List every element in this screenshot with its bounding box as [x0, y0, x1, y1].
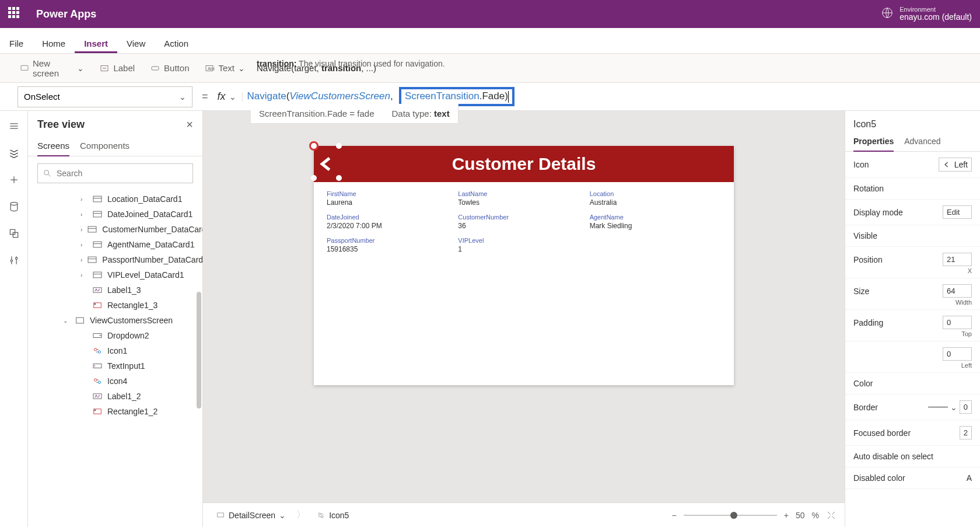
fx-icon[interactable]: fx: [218, 90, 229, 103]
data-card[interactable]: FirstNameLaurena: [327, 190, 458, 207]
tree-item[interactable]: Dropdown2: [28, 328, 202, 343]
svg-point-25: [98, 381, 100, 383]
data-card[interactable]: CustomerNumber36: [458, 214, 589, 230]
tree-list[interactable]: ›Location_DataCard1›DateJoined_DataCard1…: [28, 190, 202, 527]
left-rail: [0, 111, 28, 527]
tree-item[interactable]: ›PassportNumber_DataCard1: [28, 252, 202, 267]
padding-left-label: Left: [845, 362, 980, 373]
environment-name: enayu.com (default): [900, 13, 972, 22]
data-card[interactable]: DateJoined2/3/2020 7:00 PM: [327, 214, 458, 230]
resize-handle[interactable]: [311, 175, 317, 181]
resize-handle[interactable]: [311, 143, 317, 149]
formula-input[interactable]: Navigate(ViewCustomersScreen, ScreenTran…: [247, 87, 514, 106]
tab-components[interactable]: Components: [80, 137, 130, 156]
tree-item[interactable]: Label1_2: [28, 389, 202, 404]
screen-header: × Customer Details: [314, 146, 734, 182]
selected-control[interactable]: ×: [314, 146, 341, 182]
property-selector[interactable]: OnSelect: [18, 86, 192, 107]
environment-picker[interactable]: Environment enayu.com (default): [881, 6, 972, 22]
svg-point-28: [94, 410, 96, 411]
tree-view-panel: Tree view × Screens Components ›Location…: [28, 111, 203, 527]
control-type-icon: [92, 362, 103, 370]
tree-item[interactable]: ›Location_DataCard1: [28, 191, 202, 207]
svg-rect-8: [13, 232, 18, 237]
resize-handle[interactable]: [336, 175, 342, 181]
tab-advanced[interactable]: Advanced: [904, 133, 940, 151]
tree-item[interactable]: ›DateJoined_DataCard1: [28, 207, 202, 222]
menu-view[interactable]: View: [117, 33, 155, 53]
menu-bar: File Home Insert View Action: [0, 28, 980, 54]
border-style-picker[interactable]: 0: [928, 400, 972, 414]
data-card[interactable]: PassportNumber15916835: [327, 237, 458, 253]
tree-item[interactable]: Rectangle1_3: [28, 298, 202, 313]
screen-icon: [216, 511, 225, 519]
svg-rect-12: [88, 226, 96, 232]
new-screen-button[interactable]: New screen: [14, 55, 90, 82]
close-icon[interactable]: ×: [186, 118, 193, 131]
canvas-area[interactable]: × Customer Details FirstNameLaurenaLastN…: [203, 111, 845, 527]
menu-insert[interactable]: Insert: [75, 33, 117, 53]
chevron-down-icon[interactable]: [229, 92, 243, 102]
text-button[interactable]: Abc Text: [198, 60, 251, 77]
data-card[interactable]: LocationAustralia: [590, 190, 721, 207]
svg-rect-16: [93, 288, 102, 292]
search-input[interactable]: [37, 163, 193, 183]
highlighted-argument: ScreenTransition.Fade): [399, 87, 514, 106]
tree-item[interactable]: Icon4: [28, 374, 202, 389]
tree-item[interactable]: TextInput1: [28, 358, 202, 374]
tree-view-icon[interactable]: [7, 146, 21, 160]
size-width-input[interactable]: 64: [943, 284, 972, 298]
media-icon[interactable]: [7, 226, 21, 240]
tab-screens[interactable]: Screens: [37, 137, 69, 156]
data-card[interactable]: AgentNameMark Siedling: [590, 214, 721, 230]
data-card[interactable]: VIPLevel1: [458, 237, 589, 253]
tree-item[interactable]: ›CustomerNumber_DataCard1: [28, 222, 202, 237]
hamburger-icon[interactable]: [7, 119, 21, 133]
app-launcher-icon[interactable]: [8, 7, 22, 21]
tools-icon[interactable]: [7, 253, 21, 267]
field-label: PassportNumber: [327, 237, 458, 244]
label-button[interactable]: Label: [93, 60, 141, 77]
control-type-icon: [87, 225, 97, 233]
data-icon[interactable]: [7, 200, 21, 214]
data-type: Data type: text: [391, 109, 449, 118]
padding-top-input[interactable]: 0: [943, 316, 972, 329]
control-type-icon: [92, 240, 103, 249]
zoom-out-button[interactable]: −: [672, 511, 677, 520]
data-card[interactable]: LastNameTowles: [458, 190, 589, 207]
zoom-in-button[interactable]: +: [784, 511, 789, 520]
tab-properties[interactable]: Properties: [853, 133, 894, 152]
padding-top-label: Top: [845, 330, 980, 341]
title-bar: Power Apps Environment enayu.com (defaul…: [0, 0, 980, 28]
svg-rect-26: [93, 394, 102, 399]
tree-item-label: CustomerNumber_DataCard1: [102, 225, 202, 234]
tree-item[interactable]: ⌄ViewCustomersScreen: [28, 313, 202, 328]
tree-item[interactable]: ›AgentName_DataCard1: [28, 237, 202, 252]
tree-item[interactable]: Label1_3: [28, 282, 202, 298]
tree-item-label: Label1_2: [107, 392, 141, 401]
zoom-slider[interactable]: [684, 515, 777, 516]
add-icon[interactable]: [7, 173, 21, 187]
tree-item[interactable]: Icon1: [28, 343, 202, 358]
canvas[interactable]: × Customer Details FirstNameLaurenaLastN…: [314, 146, 734, 385]
menu-action[interactable]: Action: [155, 33, 198, 53]
tree-item[interactable]: ›VIPLevel_DataCard1: [28, 267, 202, 282]
icon-picker[interactable]: Left: [939, 158, 972, 172]
position-x-input[interactable]: 21: [943, 253, 972, 266]
padding-left-input[interactable]: 0: [943, 347, 972, 361]
tree-item[interactable]: Rectangle1_2: [28, 404, 202, 419]
resize-handle[interactable]: [336, 143, 342, 149]
breadcrumb-screen[interactable]: DetailScreen: [211, 508, 290, 522]
button-button[interactable]: Button: [144, 60, 195, 77]
display-mode-value[interactable]: Edit: [943, 205, 972, 219]
globe-icon: [881, 6, 894, 22]
control-type-icon: [92, 347, 103, 355]
scrollbar-thumb[interactable]: [197, 292, 201, 409]
breadcrumb-control[interactable]: Icon5: [312, 508, 354, 522]
field-label: Location: [590, 190, 721, 197]
fit-screen-icon[interactable]: [826, 510, 836, 521]
menu-file[interactable]: File: [0, 33, 33, 53]
focused-border-input[interactable]: 2: [960, 426, 972, 439]
menu-home[interactable]: Home: [33, 33, 75, 53]
left-arrow-icon[interactable]: [318, 154, 336, 178]
